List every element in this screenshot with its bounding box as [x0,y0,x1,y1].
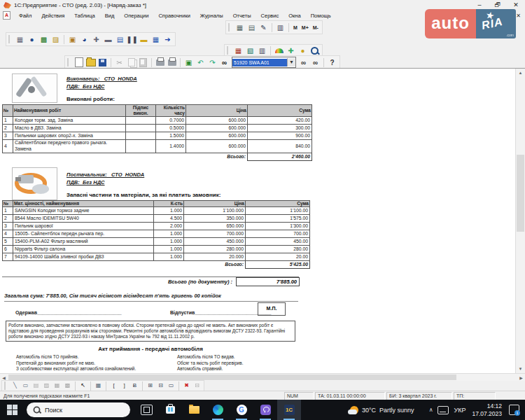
new-document-icon[interactable] [74,57,84,68]
mdi-close-icon[interactable]: ✕ [516,13,521,19]
viber-button[interactable] [253,400,277,420]
paste-icon[interactable] [138,57,148,68]
report-chart-icon[interactable]: ▦ [15,34,25,45]
delete-table-icon[interactable]: ✖ [182,382,191,390]
table-row[interactable]: 2Масло в ДВЗ. Заміна0.5000600.000300.00 [3,125,312,132]
picture-tool-icon[interactable]: ▨ [42,382,51,390]
table-cell[interactable]: 350.000 [184,215,246,223]
menu-item[interactable]: Окна [284,13,305,19]
text-tool-icon[interactable]: ▤ [31,382,41,390]
menu-item[interactable]: Файл [14,13,36,19]
table-cell[interactable]: 600.000 [186,132,248,140]
find-prev-icon[interactable]: ∞ [310,57,321,68]
print-icon[interactable] [155,57,165,68]
scroll-down-icon[interactable]: ▼ [517,365,524,373]
section-names-icon[interactable]: Ƀ [130,382,139,390]
menu-item[interactable]: Таблица [69,13,99,19]
scroll-left-icon[interactable]: ◀ [0,375,8,380]
table-cell[interactable]: Пильники шарових опор2-х. Заміна [13,132,126,140]
table-cell[interactable]: 15005- Сайлентблок передн.рычага пер. [13,230,154,238]
vertical-scrollbar[interactable]: ▲ ▼ [515,69,525,374]
table-headers-icon[interactable]: ⊟ [156,382,165,390]
table-cell[interactable] [126,117,156,125]
menu-item[interactable]: Журналы [195,13,228,19]
memory-recall-button[interactable]: M [291,25,300,30]
reference-globe-icon[interactable]: ◕ [79,34,90,45]
table-cell[interactable]: 8544 Масло IDEMITSU 5W40 [13,215,154,223]
table-cell[interactable]: 6 [3,246,13,253]
table-cell[interactable]: 900.00 [248,132,312,140]
table-cell[interactable]: 4 [3,230,13,238]
table-cell[interactable]: 450.000 [184,238,246,246]
grid-icon[interactable]: ▥ [257,46,267,56]
table-cell[interactable]: Пильник шарової [13,223,154,230]
table-cell[interactable]: 600.000 [186,140,248,153]
table-cell[interactable]: 1'100.000 [184,207,246,215]
color-table-icon[interactable]: ▩ [38,34,49,45]
export-arrow-icon[interactable]: ➔ [162,34,173,45]
table-cell[interactable]: 2 [3,215,13,223]
table-row[interactable]: 3Пильник шарової2.000650.0001'300.00 [3,223,310,230]
recalc-icon[interactable]: ▣ [183,57,194,68]
page-break-icon[interactable]: ▤ [246,22,257,33]
menu-item[interactable]: Сервис [256,13,284,19]
toolbar-grip[interactable] [67,58,71,66]
zoom-icon[interactable] [309,46,320,56]
rainbow-guide-icon[interactable] [274,46,284,56]
table-cell[interactable]: 1.5000 [156,132,186,140]
table-cell[interactable]: 5 [3,238,13,246]
table-row[interactable]: 415005- Сайлентблок передн.рычага пер.1.… [3,230,310,238]
table-cell[interactable]: 4.500 [154,215,184,223]
table-row[interactable]: 6Nipparts Фільтр салона1.000280.000280.0… [3,246,310,253]
monitor-icon[interactable]: ▦ [233,46,244,56]
taskbar-search[interactable]: Поиск [27,402,130,417]
table-row[interactable]: 4Сайлентблоки переднего правого рычага. … [3,140,312,153]
tray-chevron-icon[interactable]: ∧ [429,407,433,413]
find-next-icon[interactable]: ∞ [298,57,309,68]
table-cell[interactable]: 2 [3,125,13,132]
table-cell[interactable]: 1.000 [154,253,184,261]
table-cell[interactable]: 15400-PLM-A02 Фільтр масляний [13,238,154,246]
table-cell[interactable]: 20.00 [246,253,310,261]
menu-item[interactable]: Операции [119,13,153,19]
table-cell[interactable]: 2.000 [154,223,184,230]
file-explorer-button[interactable] [182,400,206,420]
table-cell[interactable]: 0.7000 [156,117,186,125]
table-cell[interactable]: 280.000 [184,246,246,253]
menu-item[interactable]: Отчеты [228,13,256,19]
coin-icon[interactable]: ● [298,46,308,56]
open-book-icon[interactable]: ▧ [245,46,255,56]
cut-icon[interactable]: ✂ [114,57,125,68]
notification-icon[interactable]: 1 [509,405,519,415]
freeze-panes-icon[interactable]: ⊟ [192,382,202,390]
table-cell[interactable]: 1.4000 [156,140,186,153]
save-icon[interactable] [97,57,108,68]
part-search-value[interactable]: 51920 SWA A01 [232,59,287,66]
spreadsheet-grid-icon[interactable]: ▦ [234,22,245,33]
table-row[interactable]: 515400-PLM-A02 Фільтр масляний1.000450.0… [3,238,310,246]
table-cell[interactable]: 300.00 [248,125,312,132]
table-cell[interactable]: Сайлентблоки переднего правого рычага. З… [13,140,126,153]
memory-add-button[interactable]: M+ [300,25,311,30]
columns-icon[interactable]: ❚❚ [127,34,137,45]
table-cell[interactable] [126,125,156,132]
table-cell[interactable]: 700.000 [184,230,246,238]
open-journal-icon[interactable]: ▣ [67,34,78,45]
table-row[interactable]: 3Пильники шарових опор2-х. Заміна1.50006… [3,132,312,140]
bracket-open-icon[interactable]: [ [109,382,118,390]
line-tool-icon[interactable]: ╲ [10,382,20,390]
table-cell[interactable]: Nipparts Фільтр салона [13,246,154,253]
language-indicator[interactable]: УКР [454,407,465,414]
help-icon[interactable]: ? [327,57,337,68]
toolbar-grip[interactable] [4,382,8,390]
table-cell[interactable]: 280.00 [246,246,310,253]
undo-icon[interactable]: ↶ [195,57,206,68]
yellow-bar-icon[interactable]: ▬ [139,34,149,45]
edit-journal-icon[interactable]: ▨ [50,34,61,45]
table-cell[interactable]: 420.00 [248,117,312,125]
table-cell[interactable]: 1'575.00 [246,215,310,223]
rectangle-tool-icon[interactable]: ▭ [21,382,30,390]
add-row-icon[interactable]: ✚ [91,34,102,45]
table-cell[interactable]: 1'300.00 [246,223,310,230]
copy-icon[interactable] [126,57,136,68]
